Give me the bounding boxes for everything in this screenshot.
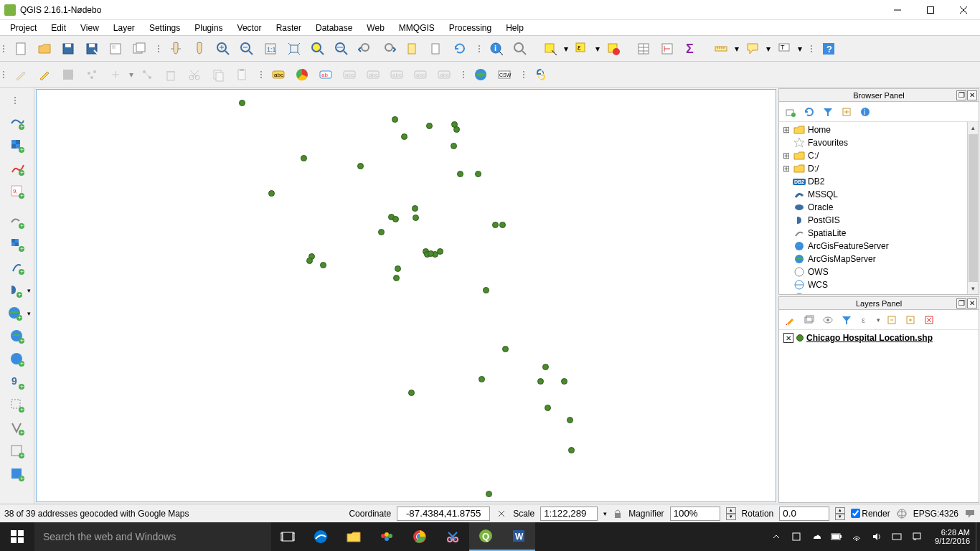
map-point[interactable]	[486, 491, 492, 497]
map-point[interactable]	[357, 163, 364, 169]
close-button[interactable]	[947, 0, 980, 20]
lock-scale-icon[interactable]	[613, 509, 623, 519]
copy-button[interactable]	[207, 63, 230, 86]
rotation-spinner[interactable]: ▴▾	[835, 507, 845, 520]
collapse-icon[interactable]	[839, 105, 854, 119]
save-as-button[interactable]	[80, 37, 103, 60]
snipping-tool-icon[interactable]	[436, 522, 469, 551]
new-print-composer-button[interactable]	[104, 37, 127, 60]
map-point[interactable]	[239, 100, 245, 106]
render-checkbox[interactable]	[851, 509, 860, 518]
map-canvas[interactable]	[36, 89, 776, 502]
tray-input-icon[interactable]	[890, 530, 903, 543]
paste-button[interactable]	[230, 63, 253, 86]
map-point[interactable]	[426, 123, 433, 129]
cut-button[interactable]	[183, 63, 206, 86]
toolbar-handle[interactable]	[811, 39, 815, 59]
label-layer-button[interactable]: abc	[267, 63, 290, 86]
add-virtual-button[interactable]: +	[5, 395, 29, 416]
file-explorer-icon[interactable]	[337, 522, 370, 551]
menu-raster[interactable]: Raster	[269, 22, 308, 34]
map-point[interactable]	[483, 287, 489, 293]
browser-tree-item[interactable]: ⊞C:/	[781, 149, 977, 162]
zoom-last-button[interactable]	[354, 37, 377, 60]
new-bookmark-button[interactable]	[401, 37, 424, 60]
browser-tree-item[interactable]: Favourites	[781, 136, 977, 149]
menu-help[interactable]: Help	[499, 22, 531, 34]
measure-button[interactable]	[710, 37, 732, 60]
zoom-next-button[interactable]	[377, 37, 400, 60]
map-tips-button[interactable]	[741, 37, 764, 60]
move-feature-button[interactable]	[104, 63, 127, 86]
menu-web[interactable]: Web	[359, 22, 391, 34]
scale-input[interactable]	[540, 507, 598, 521]
node-tool-button[interactable]	[136, 63, 159, 86]
zoom-to-layer-button[interactable]	[330, 37, 353, 60]
map-point[interactable]	[437, 248, 443, 255]
select-features-button[interactable]	[539, 37, 562, 60]
move-feature-dropdown[interactable]: ▾	[128, 70, 135, 80]
menu-settings[interactable]: Settings	[142, 22, 187, 34]
deselect-button[interactable]	[602, 37, 625, 60]
map-point[interactable]	[412, 205, 418, 212]
crs-label[interactable]: EPSG:4326	[913, 509, 958, 519]
delete-selected-button[interactable]	[159, 63, 182, 86]
qgis-app-icon[interactable]: Q	[469, 522, 502, 551]
nbc-icon[interactable]	[370, 522, 403, 551]
filter-icon[interactable]	[821, 105, 835, 119]
spin-down[interactable]: ▾	[726, 514, 736, 520]
menu-edit[interactable]: Edit	[44, 22, 73, 34]
menu-layer[interactable]: Layer	[106, 22, 142, 34]
tree-expander-icon[interactable]: ⊞	[782, 151, 791, 161]
help-button[interactable]: ?	[817, 37, 840, 60]
tray-overflow-icon[interactable]	[770, 530, 783, 543]
style-manager-icon[interactable]	[783, 313, 798, 327]
add-layer-icon[interactable]	[783, 105, 798, 119]
open-project-button[interactable]	[33, 37, 56, 60]
map-point[interactable]	[567, 417, 573, 423]
label-highlight-button[interactable]: ab	[314, 63, 337, 86]
browser-tree-item[interactable]: WWFS	[781, 291, 977, 294]
map-point[interactable]	[499, 222, 506, 228]
filter-layers-icon[interactable]	[839, 313, 854, 327]
expand-all-icon[interactable]	[885, 313, 899, 327]
toolbar-handle[interactable]	[479, 39, 483, 59]
taskbar-clock[interactable]: 6:28 AM 9/12/2016	[929, 528, 976, 545]
menu-vector[interactable]: Vector	[230, 22, 269, 34]
toolbar-handle[interactable]	[463, 65, 467, 85]
visibility-icon[interactable]	[821, 313, 835, 327]
annotation-button[interactable]: T	[773, 37, 796, 60]
map-point[interactable]	[401, 133, 407, 140]
map-point[interactable]	[542, 364, 549, 370]
map-tips-dropdown[interactable]: ▾	[765, 44, 772, 54]
browser-tree-item[interactable]: Oracle	[781, 201, 977, 214]
toolbar-handle[interactable]	[260, 65, 265, 85]
select-dropdown[interactable]: ▾	[562, 44, 570, 54]
map-point[interactable]	[502, 346, 509, 352]
browser-tree-item[interactable]: ArcGisFeatureServer	[781, 240, 977, 253]
dropdown-icon[interactable]: ▾	[27, 287, 31, 294]
map-point[interactable]	[568, 447, 575, 453]
browser-tree-item[interactable]: SpatiaLite	[781, 227, 977, 240]
annotation-dropdown[interactable]: ▾	[796, 44, 804, 54]
taskbar-search-input[interactable]: Search the web and Windows	[34, 522, 271, 551]
save-edits-button[interactable]	[57, 63, 80, 86]
tree-expander-icon[interactable]: ⊞	[782, 164, 791, 174]
new-project-button[interactable]	[9, 37, 32, 60]
add-wms-button[interactable]: +	[3, 303, 27, 324]
map-point[interactable]	[268, 190, 275, 197]
expression-filter-icon[interactable]: ε	[858, 313, 872, 327]
zoom-to-selection-button[interactable]	[306, 37, 329, 60]
identify-button[interactable]: i	[485, 37, 508, 60]
layer-item[interactable]: ✕ Chicago Hospital Location.shp	[781, 331, 977, 344]
map-point[interactable]	[561, 378, 567, 385]
map-point[interactable]	[428, 250, 434, 257]
panel-close-button[interactable]: ✕	[967, 90, 977, 100]
composer-manager-button[interactable]	[128, 37, 151, 60]
label-change-button[interactable]: abc	[433, 63, 456, 86]
map-point[interactable]	[306, 258, 313, 264]
new-vector-button[interactable]: +	[5, 211, 29, 232]
add-group-icon[interactable]	[802, 313, 816, 327]
action-button[interactable]	[509, 37, 532, 60]
tray-battery-icon[interactable]	[830, 530, 843, 543]
